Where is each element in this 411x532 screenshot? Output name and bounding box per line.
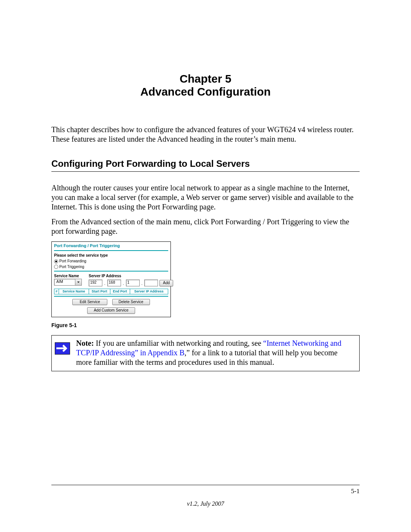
manual-page: Chapter 5 Advanced Configuration This ch… [0, 0, 411, 532]
section-rule [51, 171, 360, 172]
forwarding-table: # Service Name Start Port End Port Serve… [54, 289, 168, 294]
col-service-name: Service Name [59, 289, 89, 294]
radio-port-triggering[interactable] [54, 265, 58, 269]
panel-rule-3 [54, 296, 168, 297]
section-paragraph-2: From the Advanced section of the main me… [51, 217, 360, 236]
ip-dot: . [142, 281, 143, 286]
ip-field-2[interactable]: 168 [107, 280, 121, 286]
intro-paragraph: This chapter describes how to configure … [51, 125, 360, 144]
chapter-title: Advanced Configuration [51, 85, 360, 98]
footer-rule [51, 485, 360, 485]
radio-port-forwarding-label: Port Forwarding [59, 259, 86, 263]
col-start-port: Start Port [89, 289, 110, 294]
service-name-label: Service Name [54, 274, 82, 279]
service-name-select[interactable]: AIM [54, 279, 82, 286]
note-box: Note: If you are unfamiliar with network… [51, 335, 360, 371]
router-screenshot: Port Forwarding / Port Triggering Please… [51, 241, 171, 317]
ip-dot: . [104, 281, 105, 286]
note-text-1: If you are unfamiliar with networking an… [94, 339, 263, 347]
col-server-ip: Server IP Address [130, 289, 168, 294]
chapter-number: Chapter 5 [51, 72, 360, 85]
section-heading: Configuring Port Forwarding to Local Ser… [51, 158, 360, 169]
service-selected-value: AIM [54, 280, 75, 284]
ip-field-4[interactable] [144, 280, 158, 286]
col-end-port: End Port [110, 289, 130, 294]
section-paragraph-1: Although the router causes your entire l… [51, 183, 360, 212]
radio-port-triggering-label: Port Triggering [59, 265, 84, 269]
panel-title: Port Forwarding / Port Triggering [54, 243, 120, 248]
page-footer: 5-1 v1.2, July 2007 [51, 485, 360, 507]
select-service-label: Please select the service type [54, 253, 168, 258]
radio-port-forwarding[interactable] [54, 259, 58, 264]
ip-field-1[interactable]: 192 [89, 280, 102, 286]
ip-field-3[interactable]: 1 [126, 280, 140, 286]
page-number: 5-1 [351, 487, 360, 495]
figure-caption: Figure 5-1 [51, 322, 360, 328]
server-ip-label: Server IP Address [89, 274, 173, 279]
ip-dot: . [123, 281, 124, 286]
add-custom-service-button[interactable]: Add Custom Service [87, 307, 135, 314]
col-num: # [54, 289, 59, 294]
delete-service-button[interactable]: Delete Service [112, 299, 150, 305]
panel-rule-2 [54, 271, 168, 272]
note-bold: Note: [76, 339, 94, 347]
chevron-down-icon [75, 279, 81, 285]
add-button[interactable]: Add [159, 280, 173, 286]
edit-service-button[interactable]: Edit Service [72, 299, 107, 305]
version-info: v1.2, July 2007 [51, 500, 360, 507]
arrow-right-icon [55, 342, 70, 355]
note-text: Note: If you are unfamiliar with network… [76, 339, 355, 367]
panel-rule [54, 250, 168, 251]
